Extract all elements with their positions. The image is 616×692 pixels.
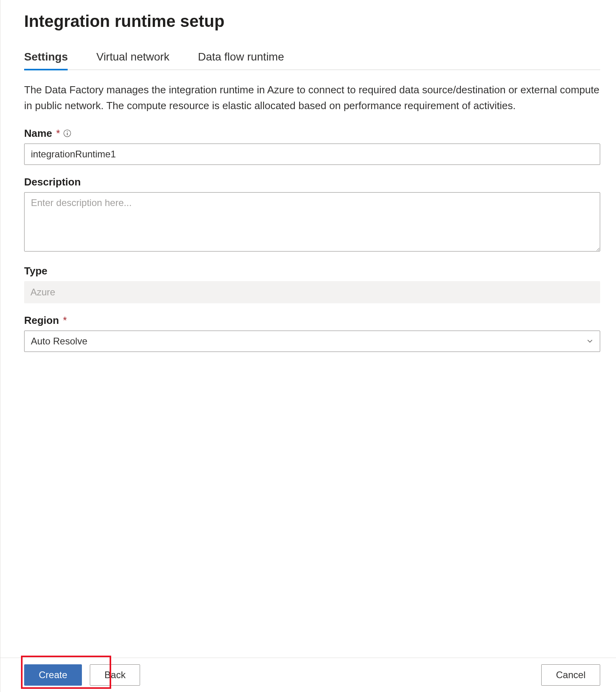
region-label: Region * [24, 314, 600, 327]
type-field: Type Azure [24, 265, 600, 303]
integration-runtime-panel: Integration runtime setup Settings Virtu… [0, 0, 616, 692]
svg-point-2 [67, 131, 68, 132]
tab-data-flow-runtime[interactable]: Data flow runtime [198, 47, 284, 70]
tab-virtual-network[interactable]: Virtual network [96, 47, 169, 70]
type-label: Type [24, 265, 600, 277]
description-field: Description [24, 176, 600, 254]
page-title: Integration runtime setup [24, 12, 600, 31]
region-field: Region * Auto Resolve [24, 314, 600, 352]
name-field: Name * [24, 127, 600, 165]
name-label-text: Name [24, 127, 52, 140]
back-button[interactable]: Back [90, 664, 140, 686]
create-button[interactable]: Create [24, 664, 82, 686]
info-icon[interactable] [63, 129, 71, 137]
chevron-down-icon [586, 336, 593, 347]
description-input[interactable] [24, 192, 600, 251]
required-indicator: * [56, 127, 60, 140]
footer-bar: Create Back Cancel [0, 658, 616, 692]
description-label-text: Description [24, 176, 81, 188]
region-label-text: Region [24, 314, 59, 327]
name-label: Name * [24, 127, 600, 140]
region-select[interactable]: Auto Resolve [24, 331, 600, 352]
type-label-text: Type [24, 265, 47, 277]
required-indicator: * [63, 314, 67, 327]
cancel-button[interactable]: Cancel [541, 664, 600, 686]
description-label: Description [24, 176, 600, 188]
region-select-value: Auto Resolve [31, 336, 87, 347]
tab-bar: Settings Virtual network Data flow runti… [24, 47, 600, 70]
name-input[interactable] [24, 144, 600, 165]
type-readonly: Azure [24, 281, 600, 303]
tab-description: The Data Factory manages the integration… [24, 82, 600, 114]
tab-settings[interactable]: Settings [24, 47, 68, 70]
